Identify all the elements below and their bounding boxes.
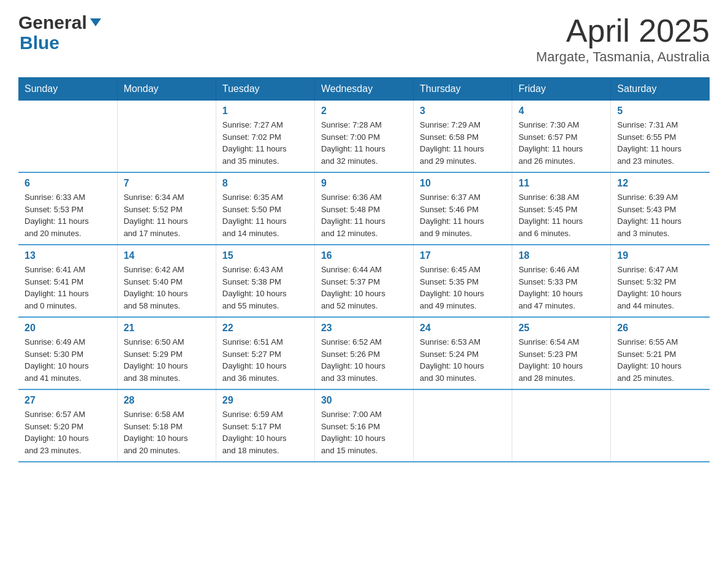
day-number: 19 [617, 250, 703, 261]
logo-blue-text: Blue [20, 33, 59, 53]
calendar-cell: 19Sunrise: 6:47 AM Sunset: 5:32 PM Dayli… [611, 245, 710, 317]
day-number: 17 [420, 250, 506, 261]
calendar-cell: 13Sunrise: 6:41 AM Sunset: 5:41 PM Dayli… [18, 245, 117, 317]
day-info: Sunrise: 6:49 AM Sunset: 5:30 PM Dayligh… [25, 336, 111, 384]
calendar-cell [414, 389, 512, 462]
calendar-cell: 26Sunrise: 6:55 AM Sunset: 5:21 PM Dayli… [611, 317, 710, 389]
day-info: Sunrise: 6:55 AM Sunset: 5:21 PM Dayligh… [617, 336, 703, 384]
calendar-week-row: 1Sunrise: 7:27 AM Sunset: 7:02 PM Daylig… [18, 101, 710, 172]
calendar-cell: 25Sunrise: 6:54 AM Sunset: 5:23 PM Dayli… [512, 317, 611, 389]
calendar-subtitle: Margate, Tasmania, Australia [536, 49, 710, 65]
day-of-week-header: Wednesday [314, 77, 413, 101]
day-number: 15 [222, 250, 308, 261]
day-info: Sunrise: 7:29 AM Sunset: 6:58 PM Dayligh… [420, 119, 506, 167]
calendar-cell [512, 389, 611, 462]
calendar-cell: 18Sunrise: 6:46 AM Sunset: 5:33 PM Dayli… [512, 245, 611, 317]
calendar-cell: 2Sunrise: 7:28 AM Sunset: 7:00 PM Daylig… [314, 101, 413, 172]
day-number: 18 [518, 250, 604, 261]
day-of-week-header: Tuesday [216, 77, 314, 101]
day-number: 7 [124, 178, 210, 189]
day-info: Sunrise: 6:44 AM Sunset: 5:37 PM Dayligh… [321, 264, 407, 312]
calendar-cell: 7Sunrise: 6:34 AM Sunset: 5:52 PM Daylig… [117, 172, 216, 245]
day-number: 21 [124, 323, 210, 334]
calendar-cell: 4Sunrise: 7:30 AM Sunset: 6:57 PM Daylig… [512, 101, 611, 172]
calendar-cell: 24Sunrise: 6:53 AM Sunset: 5:24 PM Dayli… [414, 317, 512, 389]
day-info: Sunrise: 6:41 AM Sunset: 5:41 PM Dayligh… [25, 264, 111, 312]
day-info: Sunrise: 6:57 AM Sunset: 5:20 PM Dayligh… [25, 408, 111, 456]
calendar-cell: 22Sunrise: 6:51 AM Sunset: 5:27 PM Dayli… [216, 317, 314, 389]
calendar-cell: 21Sunrise: 6:50 AM Sunset: 5:29 PM Dayli… [117, 317, 216, 389]
day-number: 2 [321, 105, 407, 117]
calendar-cell [611, 389, 710, 462]
day-info: Sunrise: 6:59 AM Sunset: 5:17 PM Dayligh… [222, 408, 308, 456]
day-number: 28 [124, 395, 210, 406]
day-info: Sunrise: 6:47 AM Sunset: 5:32 PM Dayligh… [617, 264, 703, 312]
day-number: 20 [25, 323, 111, 334]
calendar-cell: 14Sunrise: 6:42 AM Sunset: 5:40 PM Dayli… [117, 245, 216, 317]
day-number: 4 [518, 105, 604, 117]
calendar-cell: 16Sunrise: 6:44 AM Sunset: 5:37 PM Dayli… [314, 245, 413, 317]
calendar-cell: 27Sunrise: 6:57 AM Sunset: 5:20 PM Dayli… [18, 389, 117, 462]
day-info: Sunrise: 6:58 AM Sunset: 5:18 PM Dayligh… [124, 408, 210, 456]
day-number: 8 [222, 178, 308, 189]
day-of-week-header: Friday [512, 77, 611, 101]
calendar-title: April 2025 [536, 12, 710, 49]
calendar-cell: 1Sunrise: 7:27 AM Sunset: 7:02 PM Daylig… [216, 101, 314, 172]
calendar-cell: 3Sunrise: 7:29 AM Sunset: 6:58 PM Daylig… [414, 101, 512, 172]
logo-arrow-icon [90, 18, 101, 26]
day-info: Sunrise: 6:52 AM Sunset: 5:26 PM Dayligh… [321, 336, 407, 384]
day-number: 3 [420, 105, 506, 117]
calendar-cell: 10Sunrise: 6:37 AM Sunset: 5:46 PM Dayli… [414, 172, 512, 245]
calendar-week-row: 20Sunrise: 6:49 AM Sunset: 5:30 PM Dayli… [18, 317, 710, 389]
title-block: April 2025 Margate, Tasmania, Australia [536, 12, 710, 65]
day-number: 1 [222, 105, 308, 117]
calendar-cell: 28Sunrise: 6:58 AM Sunset: 5:18 PM Dayli… [117, 389, 216, 462]
day-info: Sunrise: 6:46 AM Sunset: 5:33 PM Dayligh… [518, 264, 604, 312]
day-number: 14 [124, 250, 210, 261]
day-info: Sunrise: 6:42 AM Sunset: 5:40 PM Dayligh… [124, 264, 210, 312]
day-of-week-header: Sunday [18, 77, 117, 101]
day-number: 22 [222, 323, 308, 334]
day-number: 9 [321, 178, 407, 189]
day-info: Sunrise: 6:51 AM Sunset: 5:27 PM Dayligh… [222, 336, 308, 384]
day-number: 11 [518, 178, 604, 189]
calendar-cell: 23Sunrise: 6:52 AM Sunset: 5:26 PM Dayli… [314, 317, 413, 389]
calendar-cell: 8Sunrise: 6:35 AM Sunset: 5:50 PM Daylig… [216, 172, 314, 245]
page-header: General Blue April 2025 Margate, Tasmani… [18, 12, 710, 65]
day-number: 26 [617, 323, 703, 334]
day-info: Sunrise: 6:34 AM Sunset: 5:52 PM Dayligh… [124, 191, 210, 239]
day-of-week-header: Saturday [611, 77, 710, 101]
day-number: 16 [321, 250, 407, 261]
day-number: 6 [25, 178, 111, 189]
calendar-cell: 5Sunrise: 7:31 AM Sunset: 6:55 PM Daylig… [611, 101, 710, 172]
calendar-week-row: 6Sunrise: 6:33 AM Sunset: 5:53 PM Daylig… [18, 172, 710, 245]
day-info: Sunrise: 7:28 AM Sunset: 7:00 PM Dayligh… [321, 119, 407, 167]
calendar-cell: 29Sunrise: 6:59 AM Sunset: 5:17 PM Dayli… [216, 389, 314, 462]
day-info: Sunrise: 6:43 AM Sunset: 5:38 PM Dayligh… [222, 264, 308, 312]
day-info: Sunrise: 7:00 AM Sunset: 5:16 PM Dayligh… [321, 408, 407, 456]
calendar-cell: 9Sunrise: 6:36 AM Sunset: 5:48 PM Daylig… [314, 172, 413, 245]
logo: General Blue [18, 12, 101, 53]
calendar-cell: 12Sunrise: 6:39 AM Sunset: 5:43 PM Dayli… [611, 172, 710, 245]
day-info: Sunrise: 7:31 AM Sunset: 6:55 PM Dayligh… [617, 119, 703, 167]
calendar-header-row: SundayMondayTuesdayWednesdayThursdayFrid… [18, 77, 710, 101]
calendar-cell: 15Sunrise: 6:43 AM Sunset: 5:38 PM Dayli… [216, 245, 314, 317]
calendar-cell: 20Sunrise: 6:49 AM Sunset: 5:30 PM Dayli… [18, 317, 117, 389]
day-info: Sunrise: 6:33 AM Sunset: 5:53 PM Dayligh… [25, 191, 111, 239]
calendar-cell [18, 101, 117, 172]
day-info: Sunrise: 6:53 AM Sunset: 5:24 PM Dayligh… [420, 336, 506, 384]
day-number: 23 [321, 323, 407, 334]
day-number: 30 [321, 395, 407, 406]
calendar-cell: 6Sunrise: 6:33 AM Sunset: 5:53 PM Daylig… [18, 172, 117, 245]
day-of-week-header: Monday [117, 77, 216, 101]
day-info: Sunrise: 6:38 AM Sunset: 5:45 PM Dayligh… [518, 191, 604, 239]
day-number: 24 [420, 323, 506, 334]
day-number: 10 [420, 178, 506, 189]
calendar-cell: 30Sunrise: 7:00 AM Sunset: 5:16 PM Dayli… [314, 389, 413, 462]
day-number: 27 [25, 395, 111, 406]
calendar-table: SundayMondayTuesdayWednesdayThursdayFrid… [18, 77, 710, 462]
day-number: 13 [25, 250, 111, 261]
day-number: 12 [617, 178, 703, 189]
day-info: Sunrise: 6:36 AM Sunset: 5:48 PM Dayligh… [321, 191, 407, 239]
calendar-cell [117, 101, 216, 172]
